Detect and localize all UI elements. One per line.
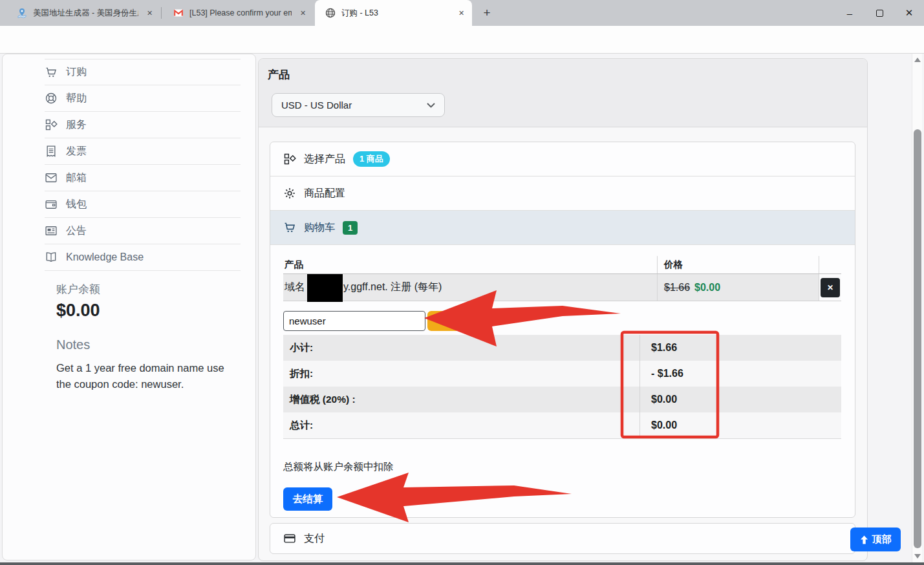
- gear-icon: [283, 187, 296, 200]
- tab-close-icon[interactable]: ✕: [297, 8, 308, 19]
- credit-card-icon: [283, 532, 296, 545]
- grid-icon: [283, 153, 296, 165]
- sidebar: 订购 帮助 服务 发票 邮箱 钱包: [2, 54, 256, 560]
- remove-item-button[interactable]: ✕: [821, 278, 840, 297]
- accordion-product-config[interactable]: 商品配置: [270, 176, 855, 211]
- sidebar-item-orders[interactable]: 订购: [45, 59, 241, 85]
- summary-row-subtotal: 小计: $1.66: [283, 335, 841, 361]
- page-content: 订购 帮助 服务 发票 邮箱 钱包: [0, 54, 924, 562]
- sidebar-item-label: 服务: [66, 118, 87, 132]
- column-header-product: 产品: [283, 259, 657, 271]
- tab-email[interactable]: [L53] Please confirm your email ac ✕: [163, 0, 314, 26]
- summary-label: 折扣:: [283, 367, 639, 381]
- cart-item-row: 域名 y.ggff.net. 注册 (每年) $1.66 $0.00 ✕: [283, 274, 841, 301]
- summary-value: $0.00: [639, 387, 841, 412]
- products-card-header: 产品 USD - US Dollar: [259, 59, 867, 127]
- back-to-top-label: 顶部: [872, 533, 892, 546]
- wallet-icon: [45, 198, 58, 211]
- accordion-label: 选择产品: [304, 153, 345, 166]
- tab-title: 订购 - L53: [341, 8, 450, 19]
- accordion-label: 商品配置: [304, 187, 345, 200]
- cart-icon: [45, 66, 58, 79]
- summary-row-discount: 折扣: - $1.66: [283, 361, 841, 387]
- window-minimize-button[interactable]: –: [835, 0, 865, 26]
- accordion-payment[interactable]: 支付: [270, 523, 855, 554]
- browser-toolbar: ← https://customer.l53.net/order?checkou…: [0, 26, 924, 54]
- sidebar-item-services[interactable]: 服务: [45, 112, 241, 138]
- chevron-down-icon: [427, 103, 435, 108]
- accordion-select-products[interactable]: 选择产品 1 商品: [270, 142, 855, 176]
- new-price: $0.00: [694, 282, 720, 293]
- gmail-icon: [173, 8, 184, 18]
- summary-value: - $1.66: [639, 361, 841, 387]
- scrollbar-thumb[interactable]: [914, 129, 921, 548]
- products-count-badge: 1 商品: [353, 151, 390, 167]
- window-maximize-button[interactable]: [865, 0, 894, 26]
- coupon-input[interactable]: [283, 311, 425, 331]
- services-icon: [45, 118, 58, 131]
- sidebar-item-announcements[interactable]: 公告: [45, 218, 241, 244]
- mail-icon: [45, 171, 58, 184]
- summary-row-vat: 增值税 (20%) : $0.00: [283, 387, 841, 412]
- cart-count-badge: 1: [343, 221, 358, 235]
- sidebar-menu: 订购 帮助 服务 发票 邮箱 钱包: [45, 59, 241, 271]
- column-header-price: 价格: [657, 256, 819, 273]
- checkout-accordion: 选择产品 1 商品 商品配置 购物车 1 产品 价格: [270, 142, 855, 518]
- cart-table-header: 产品 价格: [283, 256, 841, 274]
- accordion-cart[interactable]: 购物车 1: [270, 211, 855, 245]
- sidebar-item-label: 公告: [66, 224, 87, 238]
- tab-address-generator[interactable]: 美国地址生成器 - 美国身份生成器 ✕: [6, 0, 160, 26]
- redacted-text: [307, 274, 343, 302]
- page-scrollbar[interactable]: [912, 54, 922, 562]
- sidebar-item-invoices[interactable]: 发票: [45, 138, 241, 165]
- scroll-up-arrow-icon[interactable]: [914, 58, 921, 62]
- currency-select[interactable]: USD - US Dollar: [272, 93, 445, 117]
- balance-deduct-note: 总额将从账户余额中扣除: [283, 460, 394, 474]
- window-bottom-edge: [0, 562, 924, 565]
- tab-close-icon[interactable]: ✕: [144, 8, 155, 19]
- cart-icon: [283, 221, 296, 234]
- cart-item-name: 域名 y.ggff.net. 注册 (每年): [283, 274, 657, 301]
- sidebar-item-label: 帮助: [66, 92, 87, 105]
- account-balance-value: $0.00: [56, 301, 100, 321]
- column-header-actions: [819, 256, 841, 273]
- cart-panel: 产品 价格 域名 y.ggff.net. 注册 (每年) $1.66 $0.00: [270, 246, 855, 517]
- summary-row-total: 总计: $0.00: [283, 412, 841, 438]
- tab-bar: 美国地址生成器 - 美国身份生成器 ✕ [L53] Please confirm…: [0, 0, 924, 26]
- accordion-label: 购物车: [304, 221, 335, 235]
- cart-item-actions: ✕: [819, 274, 841, 301]
- sidebar-item-label: 发票: [66, 145, 87, 158]
- new-tab-button[interactable]: +: [478, 5, 495, 21]
- globe-icon: [325, 8, 336, 18]
- back-to-top-button[interactable]: 顶部: [850, 528, 901, 551]
- page-title: 产品: [268, 67, 290, 82]
- sidebar-item-label: Knowledge Base: [66, 251, 144, 263]
- tab-title: 美国地址生成器 - 美国身份生成器: [33, 8, 138, 19]
- apply-coupon-button[interactable]: [427, 311, 465, 331]
- sidebar-item-mailbox[interactable]: 邮箱: [45, 165, 241, 191]
- accordion-label: 支付: [304, 532, 325, 546]
- scroll-down-arrow-icon[interactable]: [914, 554, 921, 559]
- tab-close-icon[interactable]: ✕: [456, 8, 467, 19]
- domain-prefix: 域名: [285, 281, 305, 294]
- sidebar-item-wallet[interactable]: 钱包: [45, 191, 241, 218]
- sidebar-item-knowledge-base[interactable]: Knowledge Base: [45, 244, 241, 271]
- sidebar-item-help[interactable]: 帮助: [45, 85, 241, 112]
- notes-text: Get a 1 year free domain name use the co…: [56, 360, 237, 392]
- tab-title: [L53] Please confirm your email ac: [189, 8, 292, 17]
- cart-item-price: $1.66 $0.00: [657, 274, 819, 301]
- maximize-icon: [876, 10, 883, 17]
- announcement-icon: [45, 224, 58, 237]
- sidebar-item-label: 钱包: [66, 198, 87, 211]
- order-summary-table: 小计: $1.66 折扣: - $1.66 增值税 (20%) : $0.00 …: [283, 335, 841, 439]
- tab-order-l53[interactable]: 订购 - L53 ✕: [315, 0, 472, 26]
- summary-label: 总计:: [283, 419, 639, 432]
- currency-selected-value: USD - US Dollar: [281, 100, 427, 111]
- help-icon: [45, 92, 58, 105]
- window-close-button[interactable]: ✕: [894, 0, 924, 26]
- old-price: $1.66: [664, 282, 690, 293]
- account-balance-heading: 账户余额: [56, 282, 100, 297]
- sidebar-item-label: 订购: [66, 65, 87, 79]
- checkout-button[interactable]: 去结算: [283, 487, 332, 511]
- tab-divider: [161, 7, 162, 19]
